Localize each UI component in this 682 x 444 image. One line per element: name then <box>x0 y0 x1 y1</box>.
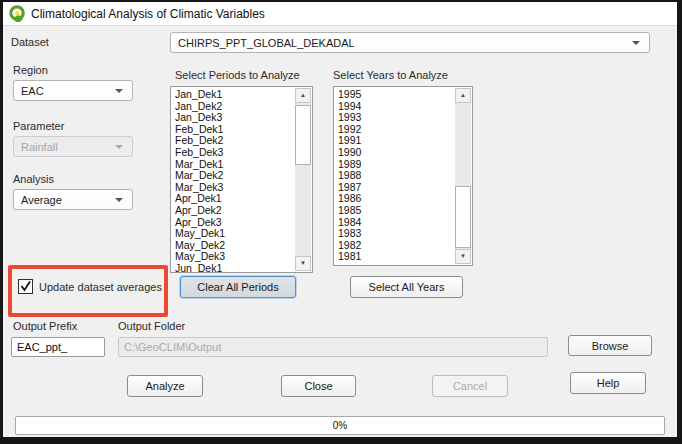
periods-list-item[interactable]: Feb_Dek3 <box>171 147 295 159</box>
scroll-down-icon[interactable]: ▼ <box>295 256 311 271</box>
years-list-item[interactable]: 1990 <box>334 147 455 159</box>
chevron-down-icon <box>115 145 123 149</box>
progress-label: 0% <box>16 420 664 431</box>
output-prefix-input[interactable]: EAC_ppt_ <box>11 337 105 357</box>
browse-button[interactable]: Browse <box>568 335 652 356</box>
cancel-button: Cancel <box>432 375 508 397</box>
parameter-label: Parameter <box>13 120 64 132</box>
output-folder-label: Output Folder <box>118 320 185 332</box>
window-title: Climatological Analysis of Climatic Vari… <box>31 7 265 21</box>
scroll-up-icon[interactable]: ▲ <box>295 88 311 103</box>
years-label: Select Years to Analyze <box>333 69 448 81</box>
analyze-button[interactable]: Analyze <box>127 375 203 397</box>
progress-bar: 0% <box>15 416 665 435</box>
periods-list-item[interactable]: Jun_Dek1 <box>171 263 295 272</box>
update-averages-label: Update dataset averages <box>39 281 162 293</box>
years-list[interactable]: 1995 1994 1993 1992 1991 1990 1989 1988 … <box>333 86 473 266</box>
scroll-up-icon[interactable]: ▲ <box>455 88 471 103</box>
periods-list[interactable]: Jan_Dek1 Jan_Dek2 Jan_Dek3 Feb_Dek1 Feb_… <box>170 86 313 273</box>
analysis-label: Analysis <box>13 173 54 185</box>
periods-list-item[interactable]: Apr_Dek2 <box>171 205 295 217</box>
scroll-down-icon[interactable]: ▼ <box>455 249 471 264</box>
periods-scrollbar-thumb[interactable] <box>295 105 311 165</box>
dataset-label: Dataset <box>11 36 49 48</box>
parameter-value: Rainfall <box>21 141 58 153</box>
periods-list-item[interactable]: Jan_Dek1 <box>171 89 295 101</box>
years-list-item[interactable]: 1983 <box>334 228 455 240</box>
dialog-body: Climatological Analysis of Climatic Vari… <box>3 2 677 437</box>
region-value: EAC <box>21 85 44 97</box>
checkmark-icon <box>19 279 33 293</box>
update-averages-checkbox[interactable] <box>18 279 33 294</box>
years-scrollbar[interactable]: ▲ ▼ <box>455 88 471 264</box>
periods-label: Select Periods to Analyze <box>175 69 300 81</box>
clear-all-periods-button[interactable]: Clear All Periods <box>180 276 296 298</box>
analysis-dropdown[interactable]: Average <box>13 189 133 210</box>
years-list-items: 1995 1994 1993 1992 1991 1990 1989 1988 … <box>334 89 455 265</box>
years-scrollbar-thumb[interactable] <box>455 186 471 248</box>
region-dropdown[interactable]: EAC <box>13 80 133 101</box>
dialog-window: Climatological Analysis of Climatic Vari… <box>0 0 682 444</box>
periods-list-item[interactable]: May_Dek1 <box>171 228 295 240</box>
years-list-item[interactable]: 1981 <box>334 251 455 263</box>
dataset-dropdown[interactable]: CHIRPS_PPT_GLOBAL_DEKADAL <box>170 32 650 53</box>
chevron-down-icon <box>115 198 123 202</box>
chevron-down-icon <box>115 89 123 93</box>
periods-list-item[interactable]: Mar_Dek2 <box>171 170 295 182</box>
years-list-item[interactable]: 1988 <box>334 170 455 182</box>
chevron-down-icon <box>632 41 640 45</box>
periods-list-items: Jan_Dek1 Jan_Dek2 Jan_Dek3 Feb_Dek1 Feb_… <box>171 89 295 272</box>
parameter-dropdown: Rainfall <box>13 136 133 157</box>
select-all-years-button[interactable]: Select All Years <box>350 276 463 298</box>
dataset-value: CHIRPS_PPT_GLOBAL_DEKADAL <box>178 37 355 49</box>
periods-scrollbar[interactable]: ▲ ▼ <box>295 88 311 271</box>
title-bar: Climatological Analysis of Climatic Vari… <box>3 2 677 26</box>
analysis-value: Average <box>21 194 62 206</box>
qgis-logo-icon <box>9 5 26 22</box>
close-button[interactable]: Close <box>281 375 356 397</box>
years-list-item[interactable]: 1995 <box>334 89 455 101</box>
years-list-item[interactable]: 1985 <box>334 205 455 217</box>
output-folder-input: C:\GeoCLIM\Output <box>118 337 548 357</box>
region-label: Region <box>13 64 48 76</box>
output-prefix-label: Output Prefix <box>13 320 77 332</box>
help-button[interactable]: Help <box>570 372 646 394</box>
